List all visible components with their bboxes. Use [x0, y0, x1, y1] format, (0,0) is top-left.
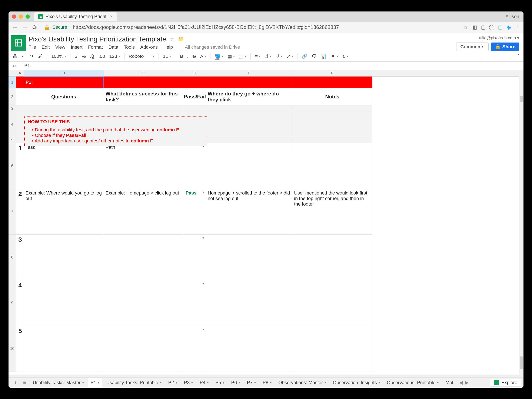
task-passfail[interactable]: ▾: [184, 280, 206, 326]
menu-view[interactable]: View: [55, 44, 65, 50]
chart-icon[interactable]: 📊: [321, 54, 326, 59]
paint-format-icon[interactable]: 🖌: [38, 54, 43, 59]
collapse-toolbar-icon[interactable]: ˆ: [518, 54, 519, 59]
row-header-4[interactable]: 4: [8, 112, 16, 137]
dropdown-icon[interactable]: ▾: [202, 190, 204, 194]
format-more-select[interactable]: 123▾: [109, 54, 120, 59]
print-icon[interactable]: 🖶: [13, 54, 18, 59]
row-header-8[interactable]: 8: [8, 235, 16, 280]
percent-icon[interactable]: %: [82, 54, 86, 59]
task-notes[interactable]: [292, 143, 372, 189]
task-question[interactable]: [24, 235, 104, 280]
row-header-7[interactable]: 7: [8, 189, 16, 235]
cell[interactable]: [24, 105, 104, 112]
menu-format[interactable]: Format: [88, 44, 103, 50]
task-notes[interactable]: User mentioned the would look first in t…: [292, 189, 372, 235]
dropdown-icon[interactable]: ▾: [202, 236, 204, 240]
all-sheets-icon[interactable]: ≡: [20, 380, 29, 386]
cell-a1[interactable]: [16, 77, 24, 88]
task-passfail[interactable]: Pass▾: [184, 189, 206, 235]
task-path[interactable]: [206, 280, 292, 326]
explore-button[interactable]: Explore: [490, 379, 521, 387]
task-num[interactable]: 1: [16, 143, 24, 189]
header-path[interactable]: Where do they go + where do they click: [206, 88, 292, 105]
undo-icon[interactable]: ↶: [22, 54, 25, 59]
sheet-tab[interactable]: P8▾: [260, 378, 274, 388]
formula-input[interactable]: P1:: [21, 63, 31, 68]
dec-increase-icon[interactable]: .00: [99, 54, 105, 59]
task-notes[interactable]: [292, 235, 372, 280]
row-header-5[interactable]: 5: [8, 137, 16, 143]
cell[interactable]: [16, 137, 24, 143]
col-header-f[interactable]: F: [292, 70, 372, 77]
col-header-b[interactable]: B: [24, 70, 104, 77]
text-color-icon[interactable]: A▾: [200, 54, 206, 59]
header-success[interactable]: What defines success for this task?: [104, 88, 184, 105]
task-path[interactable]: [206, 143, 292, 189]
borders-icon[interactable]: ▦▾: [228, 54, 235, 59]
sheet-scroll-left-icon[interactable]: ◀: [459, 380, 463, 385]
tab-close-icon[interactable]: ×: [110, 14, 113, 19]
user-email[interactable]: allie@pixotech.com ▾: [479, 35, 519, 40]
task-question[interactable]: [24, 280, 104, 326]
link-icon[interactable]: 🔗: [302, 54, 308, 59]
task-passfail[interactable]: ▾: [184, 143, 206, 189]
cell[interactable]: [16, 105, 24, 112]
sheet-scroll-right-icon[interactable]: ▶: [465, 380, 469, 385]
redo-icon[interactable]: ↷: [30, 54, 34, 59]
col-header-e[interactable]: E: [206, 70, 292, 77]
add-sheet-icon[interactable]: +: [11, 380, 19, 386]
cell[interactable]: [292, 112, 372, 137]
header-passfail[interactable]: Pass/Fail: [184, 88, 206, 105]
task-passfail[interactable]: ▾: [184, 235, 206, 280]
cell-f1[interactable]: [292, 77, 372, 88]
ext-icon-3[interactable]: ◯: [489, 24, 494, 30]
italic-button[interactable]: I: [187, 54, 189, 59]
menu-icon[interactable]: ⋮: [514, 24, 520, 30]
currency-icon[interactable]: $: [75, 54, 77, 59]
dec-decrease-icon[interactable]: .0̲: [90, 54, 94, 59]
back-button[interactable]: ←: [12, 24, 18, 31]
sheet-tab[interactable]: Usability Tasks: Master▾: [30, 378, 87, 388]
functions-icon[interactable]: Σ▾: [342, 54, 348, 59]
col-header-blank[interactable]: [372, 70, 524, 77]
menu-file[interactable]: File: [29, 44, 36, 50]
maximize-window-icon[interactable]: [25, 14, 30, 19]
select-all-cell[interactable]: [8, 70, 16, 77]
profile-name[interactable]: Allison: [505, 14, 519, 19]
task-num[interactable]: 4: [16, 280, 24, 326]
vertical-scrollbar[interactable]: [519, 70, 524, 378]
row-header-3[interactable]: 3: [8, 105, 16, 112]
bookmark-star-icon[interactable]: ☆: [463, 24, 468, 31]
star-icon[interactable]: ☆: [170, 36, 175, 43]
fx-icon[interactable]: fx: [8, 62, 21, 70]
task-notes[interactable]: [292, 280, 372, 326]
sheet-tab[interactable]: Observation: Insights▾: [330, 378, 383, 388]
close-window-icon[interactable]: [12, 14, 16, 19]
ext-icon-2[interactable]: ▢: [480, 24, 486, 30]
task-question[interactable]: Example: Where would you go to log out: [24, 189, 104, 235]
task-passfail[interactable]: ▾: [184, 326, 206, 372]
menu-tools[interactable]: Tools: [124, 44, 135, 50]
comment-icon[interactable]: 🗨: [312, 54, 317, 59]
sheet-tab[interactable]: Observations: Master▾: [275, 378, 329, 388]
row-header-1[interactable]: 1: [8, 77, 16, 88]
task-question[interactable]: Task: [24, 143, 104, 189]
task-success[interactable]: Example: Homepage > click log out: [104, 189, 184, 235]
col-header-a[interactable]: A: [16, 70, 24, 77]
ext-icon-1[interactable]: ◧: [472, 24, 477, 30]
col-header-d[interactable]: D: [184, 70, 206, 77]
merge-icon[interactable]: ⬚▾: [239, 54, 246, 59]
horizontal-scrollbar[interactable]: [8, 374, 519, 378]
halign-icon[interactable]: ≡▾: [255, 54, 260, 59]
cell[interactable]: [292, 137, 372, 143]
task-success[interactable]: [104, 280, 184, 326]
cell-d1[interactable]: [184, 77, 206, 88]
row-header-10[interactable]: 10: [8, 326, 16, 372]
sheet-tab[interactable]: P5▾: [212, 378, 227, 388]
browser-tab[interactable]: ▦ Pixo's Usability Testing Prioriti ×: [34, 12, 117, 21]
sheets-logo-icon[interactable]: [11, 35, 26, 51]
sheet-tab[interactable]: P4▾: [197, 378, 211, 388]
menu-insert[interactable]: Insert: [71, 44, 82, 50]
reload-button[interactable]: ⟳: [32, 24, 38, 31]
